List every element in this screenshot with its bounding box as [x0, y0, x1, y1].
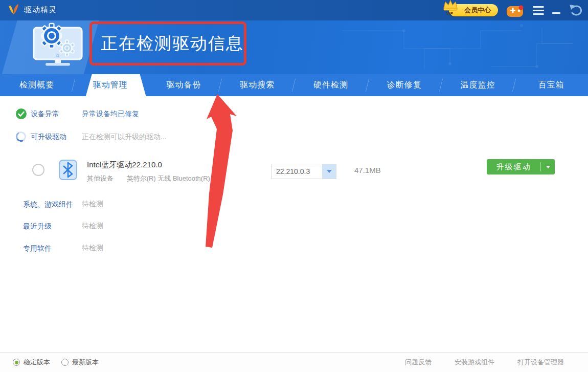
- driver-size: 47.1MB: [354, 166, 381, 174]
- gear-large: [41, 24, 62, 48]
- main-tab-bar: 检测概要 驱动管理 驱动备份 驱动搜索 硬件检测 诊断修复 温度监控 百宝箱: [0, 74, 588, 96]
- vip-center-button[interactable]: VIP 会员中心: [449, 4, 498, 16]
- category-status: 待检测: [82, 244, 103, 253]
- radio-selected-icon: [13, 359, 20, 366]
- undo-icon[interactable]: [569, 4, 584, 17]
- footer-links: 问题反馈 安装游戏组件 打开设备管理器: [405, 353, 564, 372]
- vip-crown-icon: VIP: [441, 0, 459, 16]
- upgradable-drivers-label: 可升级驱动: [31, 133, 66, 142]
- category-label: 专用软件: [23, 244, 52, 252]
- upgrade-driver-button[interactable]: 升级驱动: [487, 159, 555, 174]
- upgrade-options-button[interactable]: [541, 166, 555, 168]
- category-dedicated-software: 专用软件 待检测: [23, 244, 52, 253]
- app-title: 驱动精灵: [24, 5, 57, 15]
- chevron-down-icon: [327, 170, 332, 173]
- svg-text:VIP: VIP: [446, 11, 454, 16]
- upgrade-driver-label: 升级驱动: [487, 162, 540, 172]
- tab-hardware-detection[interactable]: 硬件检测: [294, 74, 368, 96]
- tab-diagnose-repair[interactable]: 诊断修复: [368, 74, 441, 96]
- main-menu-button[interactable]: [533, 6, 544, 15]
- category-label: 最近升级: [23, 222, 52, 230]
- header-banner: 正在检测驱动信息: [0, 20, 588, 74]
- version-dropdown-button[interactable]: [322, 164, 336, 179]
- category-status: 待检测: [82, 200, 103, 209]
- gamepad-icon: [506, 3, 525, 17]
- tab-toolbox[interactable]: 百宝箱: [514, 74, 588, 96]
- upgradable-drivers-status: 正在检测可以升级的驱动...: [82, 133, 167, 142]
- device-abnormal-status: 异常设备均已修复: [82, 110, 139, 119]
- red-highlight-box: 正在检测驱动信息: [89, 21, 246, 65]
- title-bar: 驱动精灵 VIP 会员中心: [0, 0, 588, 20]
- tab-driver-search[interactable]: 驱动搜索: [220, 74, 294, 96]
- driver-management-panel: 设备异常 异常设备均已修复 可升级驱动 正在检测可以升级的驱动... Intel…: [0, 96, 588, 352]
- app-logo: 驱动精灵: [7, 3, 57, 16]
- radio-stable-version[interactable]: 稳定版本: [13, 358, 50, 367]
- monitor-gears-icon: [30, 21, 86, 71]
- tab-driver-backup[interactable]: 驱动备份: [147, 74, 221, 96]
- version-type-radio-group: 稳定版本 最新版本: [13, 353, 99, 372]
- logo-bird-icon: [7, 3, 20, 16]
- open-device-manager-link[interactable]: 打开设备管理器: [517, 358, 564, 367]
- circuit-pattern: [322, 20, 588, 74]
- driver-row-checkbox[interactable]: [32, 164, 44, 176]
- feedback-link[interactable]: 问题反馈: [405, 358, 432, 367]
- minimize-button[interactable]: [552, 6, 560, 15]
- detection-status-title: 正在检测驱动信息: [92, 32, 244, 55]
- vip-center-label: 会员中心: [464, 6, 491, 15]
- device-abnormal-label: 设备异常: [31, 110, 59, 119]
- radio-unselected-icon: [61, 359, 69, 366]
- footer-bar: 稳定版本 最新版本 问题反馈 安装游戏组件 打开设备管理器: [0, 352, 588, 372]
- category-recent-upgrades: 最近升级 待检测: [23, 222, 52, 231]
- driver-subtitle: 其他设备 英特尔(R) 无线 Bluetooth(R): [87, 174, 210, 183]
- loading-spinner-icon: [15, 130, 27, 143]
- game-center-button[interactable]: [506, 3, 525, 17]
- category-system-game-components: 系统、游戏组件 待检测: [23, 200, 73, 209]
- driver-name: Intel蓝牙驱动22.210.0: [87, 160, 162, 170]
- version-value: 22.210.0.3: [272, 167, 322, 176]
- category-status: 待检测: [82, 222, 103, 231]
- bluetooth-icon: [59, 160, 77, 180]
- tab-detection-summary[interactable]: 检测概要: [0, 74, 74, 96]
- tab-driver-management[interactable]: 驱动管理: [74, 74, 147, 96]
- app-window: 驱动精灵 VIP 会员中心: [0, 0, 588, 372]
- driver-device: 英特尔(R) 无线 Bluetooth(R): [127, 174, 210, 182]
- category-label: 系统、游戏组件: [23, 200, 73, 208]
- driver-category: 其他设备: [87, 174, 114, 182]
- install-game-components-link[interactable]: 安装游戏组件: [455, 358, 494, 367]
- check-circle-icon: [16, 108, 27, 119]
- version-dropdown[interactable]: 22.210.0.3: [271, 164, 336, 179]
- tab-temperature-monitor[interactable]: 温度监控: [441, 74, 515, 96]
- chevron-down-icon: [546, 166, 550, 168]
- radio-latest-version[interactable]: 最新版本: [61, 358, 99, 367]
